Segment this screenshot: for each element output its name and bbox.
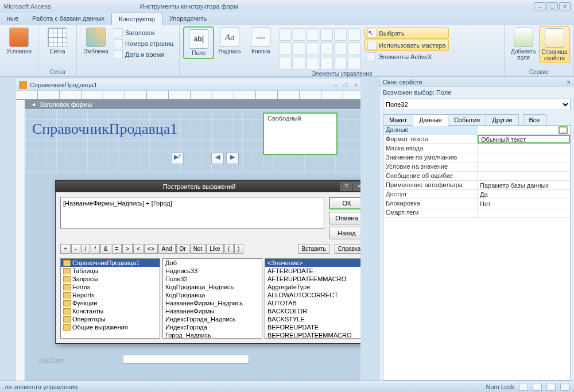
build-button[interactable]: …	[559, 126, 568, 134]
page-numbers-button[interactable]: Номера страниц	[111, 38, 176, 49]
list-item[interactable]: Константы	[61, 307, 160, 315]
prop-tab-data[interactable]: Данные	[413, 114, 448, 126]
property-row[interactable]: Применение автофильтраПараметр базы данн…	[383, 181, 570, 190]
operator-button[interactable]: )	[234, 244, 243, 254]
view-datasheet-icon[interactable]	[533, 383, 542, 391]
list-item[interactable]: Доб	[163, 259, 262, 267]
add-fields-button[interactable]: Добавить поля	[508, 26, 539, 62]
property-row[interactable]: Смарт-теги	[383, 208, 570, 218]
control-icon[interactable]	[334, 42, 347, 55]
property-row[interactable]: Маска ввода	[383, 144, 570, 153]
control-icon[interactable]	[348, 57, 360, 69]
control-icon[interactable]	[320, 42, 333, 55]
operator-button[interactable]: *	[91, 244, 100, 254]
nav-next[interactable]: ▶	[226, 153, 239, 164]
list-item[interactable]: Поле32	[163, 275, 262, 283]
view-design-icon[interactable]	[560, 383, 569, 391]
property-row[interactable]: БлокировкаНет	[383, 199, 570, 208]
property-row[interactable]: ДоступДа	[383, 190, 570, 199]
control-icon[interactable]	[320, 57, 333, 69]
help-button[interactable]: Справка	[335, 244, 360, 254]
gridlines-button[interactable]: Сетка	[42, 26, 73, 56]
list-item[interactable]: Надпись33	[163, 267, 262, 275]
list-item[interactable]: AUTOTAB	[265, 299, 360, 307]
control-icon[interactable]	[320, 28, 333, 41]
property-row[interactable]: Значение по умолчанию	[383, 153, 570, 162]
list-item[interactable]: СправочникПродавца1	[61, 259, 160, 267]
minimize-button[interactable]: –	[534, 2, 545, 10]
control-icon[interactable]	[279, 42, 292, 55]
operator-button[interactable]: Like	[206, 244, 223, 254]
label-control-button[interactable]: Aa Надпись	[214, 26, 245, 56]
prop-tab-format[interactable]: Макет	[383, 114, 413, 126]
operator-button[interactable]: +	[60, 244, 71, 254]
form-title-label[interactable]: СправочникПродавца1	[32, 121, 177, 138]
list-item[interactable]: Общие выражения	[61, 323, 160, 331]
list-item[interactable]: AFTERUPDATE	[265, 267, 360, 275]
doc-max[interactable]: □	[344, 81, 348, 88]
nav-prev[interactable]: ◀	[211, 153, 224, 164]
list-item[interactable]: Функции	[61, 299, 160, 307]
list-item[interactable]: НазваниеФирмы	[163, 307, 262, 315]
control-icon[interactable]	[279, 57, 292, 69]
list-item[interactable]: AFTERUPDATEEMMACRO	[265, 275, 360, 283]
unbound-textbox[interactable]: Свободный	[263, 112, 338, 155]
operator-button[interactable]: <>	[144, 244, 158, 254]
list-item[interactable]: Reports	[61, 291, 160, 299]
list-item[interactable]: AggregateType	[265, 283, 360, 291]
doc-min[interactable]: –	[334, 81, 338, 88]
title-button[interactable]: Заголовок	[111, 28, 176, 38]
cancel-button[interactable]: Отмена	[329, 212, 360, 224]
property-sheet-close[interactable]: ×	[567, 79, 571, 86]
select-button[interactable]: ↖ Выбрать	[364, 28, 448, 39]
expression-input[interactable]: [НазваниеФирмы_Надпись] + [Город]	[60, 197, 324, 229]
control-icon[interactable]	[293, 28, 305, 41]
nav-first[interactable]: ▶*	[171, 153, 184, 164]
activex-button[interactable]: Элементы ActiveX	[364, 52, 448, 62]
list-item[interactable]: Запросы	[61, 275, 160, 283]
view-form-icon[interactable]	[519, 383, 528, 391]
category-list[interactable]: СправочникПродавца1ТаблицыЗапросыFormsRe…	[60, 258, 160, 339]
field-list[interactable]: ДобНадпись33Поле32КодПродавца_НадписьКод…	[162, 258, 262, 339]
tab-arrange[interactable]: Упорядочить	[162, 13, 214, 25]
list-item[interactable]: Операторы	[61, 315, 160, 323]
property-row[interactable]: Формат текстаОбычный текст	[383, 135, 570, 144]
close-button[interactable]: ×	[559, 2, 571, 10]
property-grid[interactable]: Данные…Формат текстаОбычный текстМаска в…	[383, 125, 571, 381]
list-item[interactable]: ИндексГорода_Надпись	[163, 315, 262, 323]
view-layout-icon[interactable]	[546, 383, 556, 391]
date-time-button[interactable]: Дата и время	[111, 49, 176, 60]
dialog-close[interactable]: ×	[353, 182, 360, 191]
list-item[interactable]: BEFOREUPDATEEMMACRO	[265, 331, 360, 339]
tab-database-tools[interactable]: Работа с базами данных	[25, 13, 111, 25]
doc-close[interactable]: ×	[354, 81, 358, 88]
prop-tab-other[interactable]: Другие	[486, 114, 518, 126]
operator-button[interactable]: <	[133, 244, 144, 254]
control-icon[interactable]	[348, 42, 360, 55]
operator-button[interactable]: -	[71, 244, 80, 254]
object-selector[interactable]: Поле32	[383, 99, 571, 110]
property-sheet-button[interactable]: Страница свойств	[539, 26, 570, 63]
operator-button[interactable]: &	[100, 244, 111, 254]
property-row[interactable]: Данные…	[383, 126, 570, 135]
control-icon[interactable]	[307, 28, 319, 41]
prop-tab-event[interactable]: События	[448, 114, 486, 126]
list-item[interactable]: КодПродавца	[163, 291, 262, 299]
operator-button[interactable]: /	[81, 244, 90, 254]
tab-design[interactable]: Конструктор	[111, 13, 162, 25]
ok-button[interactable]: ОК	[329, 197, 360, 209]
list-item[interactable]: КодПродавца_Надпись	[163, 283, 262, 291]
list-item[interactable]: BACKSTYLE	[265, 315, 360, 323]
list-item[interactable]: BACKCOLOR	[265, 307, 360, 315]
textbox-control-button[interactable]: ab| Поле	[183, 26, 214, 59]
list-item[interactable]: Таблицы	[61, 267, 160, 275]
logo-button[interactable]: Эмблема	[80, 26, 111, 56]
use-wizards-button[interactable]: Использовать мастера	[364, 40, 448, 51]
operator-button[interactable]: And	[158, 244, 176, 254]
tab-partial[interactable]: ные	[0, 13, 25, 25]
maximize-button[interactable]: □	[546, 2, 558, 10]
control-icon[interactable]	[293, 42, 305, 55]
back-button[interactable]: Назад	[329, 227, 360, 239]
paste-button[interactable]: Вставить	[298, 244, 329, 254]
control-icon[interactable]	[348, 28, 360, 41]
